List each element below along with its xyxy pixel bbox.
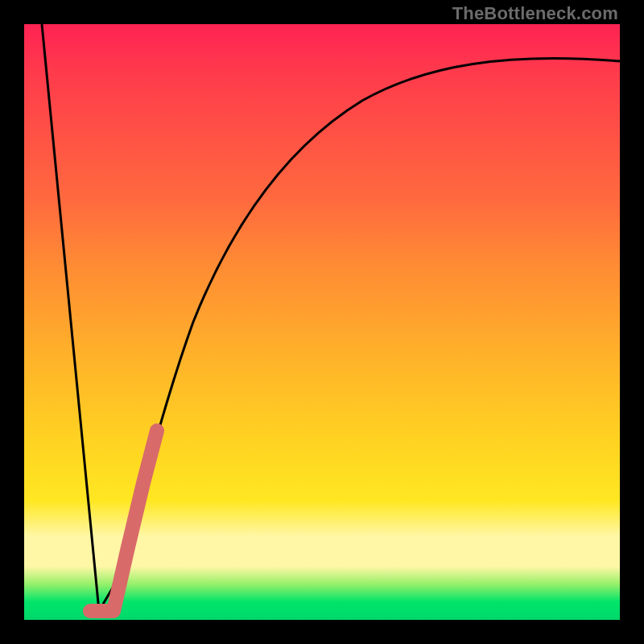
bottleneck-curve	[24, 24, 620, 620]
highlight-segment	[90, 431, 157, 611]
watermark-text: TheBottleneck.com	[452, 3, 618, 24]
chart-frame: TheBottleneck.com	[0, 0, 644, 644]
plot-area	[24, 24, 620, 620]
